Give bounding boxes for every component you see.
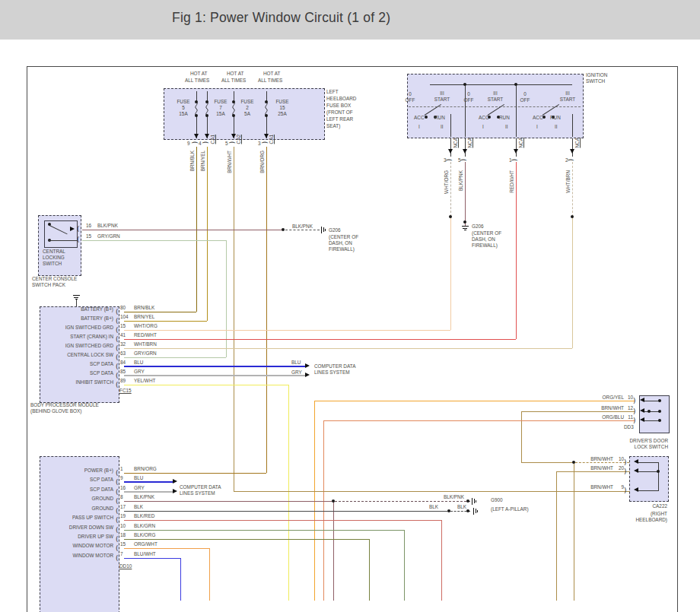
junction-dot <box>648 410 651 413</box>
ground-name: G900 <box>491 497 503 503</box>
wire-blu-wht <box>124 558 180 559</box>
pin-label: GROUND <box>42 496 113 502</box>
position-i: I <box>418 124 420 130</box>
wire-brn-wht-dashed <box>575 462 629 463</box>
wire-blk-pnk <box>124 501 332 502</box>
junction-dot <box>205 114 208 117</box>
connector-hook: ( <box>116 345 119 352</box>
connector-line <box>638 471 659 472</box>
position-acc: ACC <box>414 115 425 121</box>
position-ii: II <box>441 124 444 130</box>
connector-label: CA2 <box>236 135 242 144</box>
ground-location: (CENTER OF DASH, ON FIREWALL) <box>472 230 501 249</box>
pin-label: SCP DATA <box>42 487 113 493</box>
bpm-name: BODY PROCESSOR MODULE (BEHIND GLOVE BOX) <box>30 402 99 414</box>
wire-name: BLU <box>134 475 143 481</box>
connector-hook: ( <box>228 141 235 144</box>
connector-hook: ( <box>116 508 119 515</box>
pin-number: 9 <box>187 141 190 147</box>
ground-location: (LEFT A-PILLAR) <box>491 506 529 512</box>
wire-name: BLK/RED <box>134 513 154 519</box>
wire-name: GRY <box>291 369 302 376</box>
position-i: I <box>536 124 538 130</box>
wire-name: BLK/PNK <box>97 223 118 229</box>
pin-number: 9 <box>613 484 624 490</box>
arrow-down-icon <box>514 149 518 154</box>
wire-blk <box>124 511 447 512</box>
pin-number: 15 <box>120 323 126 329</box>
connector-hook: ) <box>633 417 636 424</box>
wire-name: WHT/BRN <box>565 170 571 193</box>
fuse-label: FUSE25A <box>237 99 257 117</box>
arrow-right-icon <box>305 363 310 368</box>
pin-number: 15 <box>120 541 126 547</box>
connector-hook: ( <box>116 517 119 524</box>
wire-name: BRN/BLK <box>189 151 196 171</box>
wire-name: BRN/WHT <box>583 456 613 462</box>
wire-wht-brn <box>124 348 572 349</box>
arrow-left-icon <box>634 487 638 492</box>
pin-number: 15 <box>86 233 91 239</box>
position-run: RUN <box>434 115 445 121</box>
connector-hook: ( <box>116 382 119 388</box>
wire-name: BLK <box>457 504 466 510</box>
arrow-right-icon <box>305 373 310 377</box>
wire-name: BLK/PNK <box>458 170 464 191</box>
connector-hook: ( <box>116 373 119 379</box>
wire-name: BRN/ORG <box>134 466 157 472</box>
wire-name: BRN/BLK <box>134 305 154 311</box>
hot-at-label: HOT AT <box>263 71 281 77</box>
pin-label: BATTERY (B+) <box>42 316 113 322</box>
wire-name: BLK/PNK <box>444 494 464 500</box>
splice-dot <box>447 509 450 512</box>
pin-number: 16 <box>120 485 126 491</box>
computer-data-label: COMPUTER DATA LINES SYSTEM <box>314 363 355 376</box>
wire-name: BRN/WHT <box>583 465 613 471</box>
junction-dot <box>657 470 660 473</box>
pin-number: 10 <box>120 523 126 529</box>
pin-number: 16 <box>86 223 91 229</box>
arrow-right-icon <box>173 479 177 484</box>
connector-hook: ( <box>116 498 119 505</box>
wire-org-wht <box>124 548 209 549</box>
wire-brn-org <box>124 473 266 474</box>
position-start: III START <box>432 90 452 103</box>
position-start: III START <box>558 90 578 103</box>
junction-dot <box>658 399 661 402</box>
connector-hook: ( <box>116 327 119 334</box>
connector-label: CA1 <box>269 135 275 144</box>
pin-label: WINDOW MOTOR <box>42 553 113 559</box>
computer-data-label: COMPUTER DATA LINES SYSTEM <box>180 484 221 496</box>
ignition-lead <box>572 114 573 137</box>
pin-number: 9 <box>120 475 123 481</box>
ignition-lead <box>516 85 517 137</box>
ignition-lead <box>450 114 451 137</box>
wire-blu-wht <box>180 558 181 601</box>
pin-number: 8 <box>120 494 123 500</box>
connector-hook: ) <box>633 398 636 404</box>
junction-dot <box>449 215 452 218</box>
connector-label: DD3 <box>624 424 634 430</box>
wire-name: GRY/GRN <box>134 350 157 357</box>
wire-name: BLK/PNK <box>134 494 154 500</box>
pin-number: 10 <box>613 456 624 462</box>
pin-label: CENTRAL LOCK SW <box>42 352 113 358</box>
switch-contact-line <box>49 240 77 241</box>
junction-dot <box>425 116 428 119</box>
connector-hook: ( <box>77 236 80 243</box>
splice-dot <box>572 461 575 464</box>
wire-brn-org <box>266 147 267 473</box>
junction-dot <box>48 223 51 226</box>
position-acc: ACC <box>479 115 489 121</box>
connector-hook: ( <box>116 489 119 496</box>
position-ii: II <box>505 124 508 130</box>
pin-label: GROUND <box>42 506 113 512</box>
pin-label: IGN SWITCHED GRD <box>42 343 113 349</box>
connector-hook: ( <box>116 336 119 343</box>
wire-name: BLU <box>134 360 143 366</box>
wire-brn-yel <box>207 147 208 321</box>
all-times-label: ALL TIMES <box>185 78 209 84</box>
connector-hook: ( <box>116 545 119 552</box>
wire-name: BRN/WHT <box>593 405 624 411</box>
wire-name: BLK/GRN <box>134 523 155 529</box>
